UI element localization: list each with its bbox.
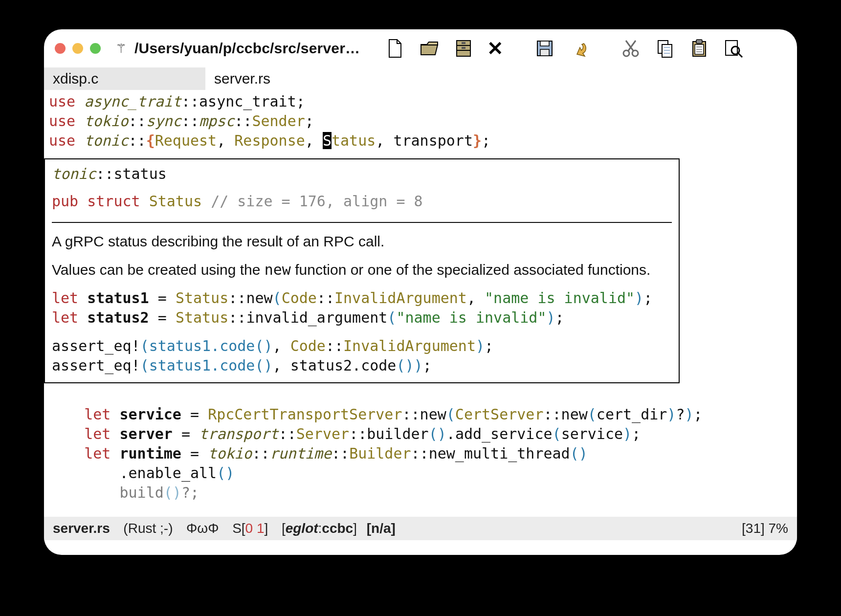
divider	[52, 222, 672, 223]
hover-doc-text: Values can be created using the new func…	[52, 260, 672, 280]
toolbar: ✕	[384, 38, 744, 59]
code-line[interactable]: use async_trait::async_trait;	[44, 92, 797, 111]
code-line[interactable]: let runtime = tokio::runtime::Builder::n…	[44, 444, 797, 463]
code-line[interactable]: let server = transport::Server::builder(…	[44, 424, 797, 444]
text-cursor: S	[323, 132, 332, 149]
modeline-filename: server.rs	[53, 521, 110, 536]
modeline-na: [n/a]	[367, 521, 396, 536]
modeline-major-mode: (Rust ;-)	[123, 521, 173, 536]
search-icon[interactable]	[723, 38, 744, 59]
flymake-status[interactable]: S[0 1]	[232, 521, 268, 536]
close-window-button[interactable]	[55, 43, 66, 54]
eglot-status[interactable]: [eglot:ccbc]	[282, 521, 357, 536]
paste-icon[interactable]	[688, 38, 710, 59]
cut-icon[interactable]	[620, 38, 642, 59]
hover-example: assert_eq!(status1.code(), Code::Invalid…	[52, 336, 672, 356]
svg-rect-16	[696, 40, 702, 44]
copy-icon[interactable]	[654, 38, 676, 59]
minimize-window-button[interactable]	[72, 43, 83, 54]
tab-label: xdisp.c	[53, 70, 98, 87]
hover-example: assert_eq!(status1.code(), status2.code(…	[52, 356, 672, 375]
hover-path: tonic::status	[52, 164, 672, 184]
mode-line[interactable]: server.rs (Rust ;-) ΦωΦ S[0 1] [eglot:cc…	[44, 517, 797, 540]
open-folder-icon[interactable]	[419, 38, 440, 59]
hover-example: let status2 = Status::invalid_argument("…	[52, 308, 672, 328]
tab-server[interactable]: server.rs	[205, 67, 367, 90]
code-line[interactable]: let service = RpcCertTransportServer::ne…	[44, 405, 797, 424]
tab-label: server.rs	[214, 70, 270, 87]
tab-xdisp[interactable]: xdisp.c	[44, 67, 205, 90]
svg-rect-4	[462, 47, 465, 49]
svg-rect-3	[462, 42, 465, 44]
svg-line-23	[738, 53, 742, 57]
emacs-window: ⚚ /Users/yuan/p/ccbc/src/server… ✕	[44, 29, 797, 555]
titlebar: ⚚ /Users/yuan/p/ccbc/src/server… ✕	[44, 29, 797, 67]
archive-icon[interactable]	[453, 38, 474, 59]
editor-area[interactable]: use async_trait::async_trait; use tokio:…	[44, 90, 797, 503]
svg-rect-6	[540, 41, 549, 46]
svg-rect-7	[540, 49, 549, 56]
new-file-icon[interactable]	[384, 38, 406, 59]
vc-indicator-icon: ⚚	[115, 41, 127, 56]
code-line[interactable]: use tonic::{Request, Response, Status, t…	[44, 131, 797, 151]
code-line[interactable]: .enable_all()	[44, 463, 797, 483]
hover-doc-text: A gRPC status describing the result of a…	[52, 232, 672, 251]
hover-doc-popup: tonic::status pub struct Status // size …	[44, 158, 680, 383]
save-icon[interactable]	[534, 38, 555, 59]
traffic-lights	[55, 43, 101, 54]
undo-icon[interactable]	[568, 38, 590, 59]
close-icon[interactable]: ✕	[487, 39, 504, 58]
window-title: /Users/yuan/p/ccbc/src/server…	[134, 40, 360, 57]
zoom-window-button[interactable]	[90, 43, 101, 54]
tab-bar: xdisp.c server.rs	[44, 67, 797, 90]
code-line[interactable]: build()?;	[44, 483, 797, 503]
code-line[interactable]: use tokio::sync::mpsc::Sender;	[44, 111, 797, 131]
flymake-icon: ΦωΦ	[186, 521, 219, 536]
hover-signature: pub struct Status // size = 176, align =…	[52, 192, 672, 211]
modeline-position: [31] 7%	[742, 521, 788, 536]
hover-example: let status1 = Status::new(Code::InvalidA…	[52, 288, 672, 308]
